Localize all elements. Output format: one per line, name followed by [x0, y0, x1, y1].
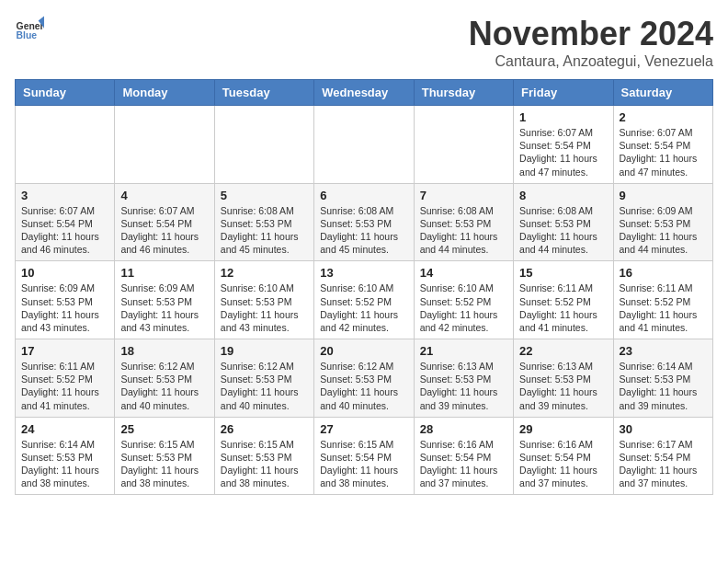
day-number: 20	[320, 344, 407, 358]
day-info: Sunrise: 6:10 AMSunset: 5:53 PMDaylight:…	[221, 282, 308, 334]
day-info: Sunrise: 6:17 AMSunset: 5:54 PMDaylight:…	[620, 438, 707, 490]
page-header: General Blue November 2024 Cantaura, Anz…	[15, 15, 713, 70]
day-number: 25	[120, 422, 208, 436]
weekday-header-sunday: Sunday	[16, 80, 115, 106]
day-number: 11	[120, 266, 208, 280]
day-number: 3	[21, 189, 108, 202]
day-cell: 26Sunrise: 6:15 AMSunset: 5:53 PMDayligh…	[214, 417, 313, 495]
day-cell: 22Sunrise: 6:13 AMSunset: 5:53 PMDayligh…	[514, 339, 613, 418]
location-title: Cantaura, Anzoategui, Venezuela	[469, 53, 713, 70]
day-cell: 3Sunrise: 6:07 AMSunset: 5:54 PMDaylight…	[16, 183, 115, 261]
day-number: 29	[519, 422, 607, 436]
day-number: 18	[120, 344, 208, 358]
day-cell	[16, 106, 115, 184]
day-cell: 11Sunrise: 6:09 AMSunset: 5:53 PMDayligh…	[115, 261, 214, 339]
weekday-header-saturday: Saturday	[613, 80, 712, 106]
day-number: 28	[420, 422, 507, 436]
day-info: Sunrise: 6:07 AMSunset: 5:54 PMDaylight:…	[519, 126, 607, 178]
week-row-2: 3Sunrise: 6:07 AMSunset: 5:54 PMDaylight…	[16, 183, 713, 261]
day-cell: 13Sunrise: 6:10 AMSunset: 5:52 PMDayligh…	[314, 261, 414, 339]
day-info: Sunrise: 6:12 AMSunset: 5:53 PMDaylight:…	[221, 360, 308, 412]
weekday-header-tuesday: Tuesday	[214, 80, 313, 106]
day-info: Sunrise: 6:12 AMSunset: 5:53 PMDaylight:…	[120, 360, 208, 412]
day-number: 26	[221, 422, 308, 436]
day-number: 5	[221, 189, 308, 202]
day-info: Sunrise: 6:10 AMSunset: 5:52 PMDaylight:…	[320, 282, 407, 334]
day-info: Sunrise: 6:13 AMSunset: 5:53 PMDaylight:…	[519, 360, 607, 412]
day-cell: 7Sunrise: 6:08 AMSunset: 5:53 PMDaylight…	[414, 183, 513, 261]
day-info: Sunrise: 6:11 AMSunset: 5:52 PMDaylight:…	[620, 282, 707, 334]
day-number: 4	[120, 189, 208, 202]
week-row-3: 10Sunrise: 6:09 AMSunset: 5:53 PMDayligh…	[16, 261, 713, 339]
weekday-header-row: SundayMondayTuesdayWednesdayThursdayFrid…	[16, 80, 713, 106]
day-info: Sunrise: 6:16 AMSunset: 5:54 PMDaylight:…	[420, 438, 507, 490]
day-info: Sunrise: 6:10 AMSunset: 5:52 PMDaylight:…	[420, 282, 507, 334]
logo-icon: General Blue	[15, 15, 44, 44]
day-cell: 12Sunrise: 6:10 AMSunset: 5:53 PMDayligh…	[214, 261, 313, 339]
day-info: Sunrise: 6:14 AMSunset: 5:53 PMDaylight:…	[21, 438, 108, 490]
weekday-header-thursday: Thursday	[414, 80, 513, 106]
day-cell: 30Sunrise: 6:17 AMSunset: 5:54 PMDayligh…	[613, 417, 712, 495]
day-info: Sunrise: 6:07 AMSunset: 5:54 PMDaylight:…	[620, 126, 707, 178]
weekday-header-monday: Monday	[115, 80, 214, 106]
day-cell: 17Sunrise: 6:11 AMSunset: 5:52 PMDayligh…	[16, 339, 115, 418]
svg-text:Blue: Blue	[17, 30, 38, 40]
day-number: 2	[620, 110, 707, 124]
day-number: 27	[320, 422, 407, 436]
day-number: 17	[21, 344, 108, 358]
weekday-header-wednesday: Wednesday	[314, 80, 414, 106]
day-cell: 14Sunrise: 6:10 AMSunset: 5:52 PMDayligh…	[414, 261, 513, 339]
day-number: 19	[221, 344, 308, 358]
day-cell: 10Sunrise: 6:09 AMSunset: 5:53 PMDayligh…	[16, 261, 115, 339]
day-info: Sunrise: 6:16 AMSunset: 5:54 PMDaylight:…	[519, 438, 607, 490]
day-cell: 4Sunrise: 6:07 AMSunset: 5:54 PMDaylight…	[115, 183, 214, 261]
day-info: Sunrise: 6:15 AMSunset: 5:54 PMDaylight:…	[320, 438, 407, 490]
week-row-5: 24Sunrise: 6:14 AMSunset: 5:53 PMDayligh…	[16, 417, 713, 495]
week-row-4: 17Sunrise: 6:11 AMSunset: 5:52 PMDayligh…	[16, 339, 713, 418]
day-number: 22	[519, 344, 607, 358]
day-number: 9	[620, 189, 707, 202]
week-row-1: 1Sunrise: 6:07 AMSunset: 5:54 PMDaylight…	[16, 106, 713, 184]
day-number: 16	[620, 266, 707, 280]
day-info: Sunrise: 6:08 AMSunset: 5:53 PMDaylight:…	[420, 204, 507, 257]
day-number: 6	[320, 189, 407, 202]
calendar-table: SundayMondayTuesdayWednesdayThursdayFrid…	[15, 79, 713, 495]
day-number: 8	[519, 189, 607, 202]
day-number: 13	[320, 266, 407, 280]
day-info: Sunrise: 6:09 AMSunset: 5:53 PMDaylight:…	[620, 204, 707, 257]
day-number: 10	[21, 266, 108, 280]
day-number: 24	[21, 422, 108, 436]
day-info: Sunrise: 6:07 AMSunset: 5:54 PMDaylight:…	[120, 204, 208, 257]
day-number: 1	[519, 110, 607, 124]
day-cell: 19Sunrise: 6:12 AMSunset: 5:53 PMDayligh…	[214, 339, 313, 418]
day-cell: 29Sunrise: 6:16 AMSunset: 5:54 PMDayligh…	[514, 417, 613, 495]
day-info: Sunrise: 6:11 AMSunset: 5:52 PMDaylight:…	[519, 282, 607, 334]
day-number: 30	[620, 422, 707, 436]
day-cell: 18Sunrise: 6:12 AMSunset: 5:53 PMDayligh…	[115, 339, 214, 418]
day-info: Sunrise: 6:13 AMSunset: 5:53 PMDaylight:…	[420, 360, 507, 412]
day-info: Sunrise: 6:08 AMSunset: 5:53 PMDaylight:…	[519, 204, 607, 257]
day-cell: 28Sunrise: 6:16 AMSunset: 5:54 PMDayligh…	[414, 417, 513, 495]
day-cell: 15Sunrise: 6:11 AMSunset: 5:52 PMDayligh…	[514, 261, 613, 339]
day-cell: 2Sunrise: 6:07 AMSunset: 5:54 PMDaylight…	[613, 106, 712, 184]
day-info: Sunrise: 6:15 AMSunset: 5:53 PMDaylight:…	[221, 438, 308, 490]
day-number: 7	[420, 189, 507, 202]
day-number: 15	[519, 266, 607, 280]
day-number: 12	[221, 266, 308, 280]
day-info: Sunrise: 6:15 AMSunset: 5:53 PMDaylight:…	[120, 438, 208, 490]
day-cell: 1Sunrise: 6:07 AMSunset: 5:54 PMDaylight…	[514, 106, 613, 184]
day-cell: 27Sunrise: 6:15 AMSunset: 5:54 PMDayligh…	[314, 417, 414, 495]
day-cell: 6Sunrise: 6:08 AMSunset: 5:53 PMDaylight…	[314, 183, 414, 261]
day-cell: 25Sunrise: 6:15 AMSunset: 5:53 PMDayligh…	[115, 417, 214, 495]
day-cell: 20Sunrise: 6:12 AMSunset: 5:53 PMDayligh…	[314, 339, 414, 418]
month-title: November 2024	[469, 15, 713, 53]
day-cell: 5Sunrise: 6:08 AMSunset: 5:53 PMDaylight…	[214, 183, 313, 261]
day-info: Sunrise: 6:14 AMSunset: 5:53 PMDaylight:…	[620, 360, 707, 412]
day-cell: 8Sunrise: 6:08 AMSunset: 5:53 PMDaylight…	[514, 183, 613, 261]
day-info: Sunrise: 6:11 AMSunset: 5:52 PMDaylight:…	[21, 360, 108, 412]
day-info: Sunrise: 6:07 AMSunset: 5:54 PMDaylight:…	[21, 204, 108, 257]
day-cell	[414, 106, 513, 184]
day-info: Sunrise: 6:08 AMSunset: 5:53 PMDaylight:…	[320, 204, 407, 257]
day-number: 14	[420, 266, 507, 280]
day-info: Sunrise: 6:09 AMSunset: 5:53 PMDaylight:…	[120, 282, 208, 334]
